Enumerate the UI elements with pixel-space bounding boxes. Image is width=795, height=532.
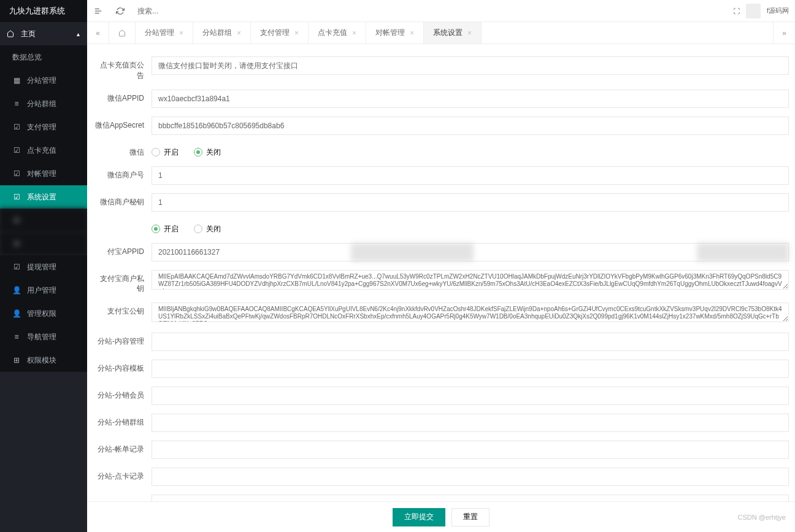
label-wx-mch: 微信商户号 (93, 166, 152, 180)
grid-icon: ▦ (12, 76, 21, 85)
tab-reconcile[interactable]: 对帐管理× (366, 22, 424, 44)
fullscreen-icon[interactable]: ⛶ (733, 7, 740, 15)
radio-wx-open[interactable]: 开启 (152, 147, 179, 158)
sidebar-item-permission[interactable]: ⊞权限模块 (0, 349, 87, 372)
label-site-bill: 分站-帐单记录 (93, 441, 152, 455)
input-wx-mch[interactable] (152, 166, 789, 185)
close-icon[interactable]: × (352, 29, 356, 37)
user-icon: 👤 (12, 309, 21, 318)
sidebar-item-reconcile[interactable]: ☑对帐管理 (0, 162, 87, 185)
label-wx-appid: 微信APPID (93, 90, 152, 104)
sidebar-item-admin[interactable]: 👤管理权限 (0, 302, 87, 325)
watermark: CSDN @erhtjye (738, 514, 786, 521)
label-ali-appid: 付宝APPID (93, 243, 152, 257)
submit-button[interactable]: 立即提交 (393, 508, 445, 526)
sidebar-item-payment[interactable]: ☑支付管理 (0, 115, 87, 139)
input-site-member[interactable] (152, 387, 789, 405)
search-container (131, 7, 733, 15)
check-icon: ☑ (12, 263, 21, 271)
menu-home-label: 主页 (21, 29, 36, 39)
close-icon[interactable]: × (237, 29, 241, 37)
tab-payment[interactable]: 支付管理× (251, 22, 309, 44)
check-icon: ☑ (12, 193, 21, 201)
label-ali-public: 支付宝公钥 (93, 303, 152, 317)
radio-ali-close[interactable]: 关闭 (194, 224, 221, 234)
check-icon: ☑ (12, 169, 21, 178)
input-wx-mchkey[interactable] (152, 193, 789, 212)
input-site-card[interactable] (152, 468, 789, 486)
reset-button[interactable]: 重置 (451, 508, 490, 526)
sidebar-item-topup[interactable]: ☑点卡充值 (0, 139, 87, 162)
sidebar-item-overview[interactable]: 数据总览 (0, 45, 87, 69)
sidebar-item-hidden2[interactable]: ☑ (0, 232, 87, 255)
collapse-button[interactable] (87, 0, 109, 22)
label-site-member: 分站-分销会员 (93, 387, 152, 401)
radio-icon (194, 225, 202, 233)
avatar[interactable] (746, 4, 761, 18)
textarea-ali-public[interactable]: MIIBIjANBgkqhkiG9w0BAQEFAAOCAQ8AMIIBCgKC… (152, 303, 789, 322)
label-site-group: 分站-分销群组 (93, 414, 152, 428)
chevron-up-icon: ▴ (77, 31, 80, 37)
sidebar-item-hidden1[interactable]: ☑ (0, 209, 87, 232)
close-icon[interactable]: × (294, 29, 299, 37)
label-ali-toggle (93, 220, 152, 224)
grid-icon: ⊞ (12, 356, 21, 364)
tab-substation[interactable]: 分站管理× (136, 22, 193, 44)
label-wx-toggle: 微信 (93, 144, 152, 158)
sidebar-item-settings[interactable]: ☑系统设置 (0, 185, 87, 209)
home-icon (6, 29, 15, 38)
label-wx-secret: 微信AppSecret (93, 117, 152, 131)
sidebar-item-group[interactable]: ≡分站群组 (0, 92, 87, 115)
input-site-template[interactable] (152, 360, 789, 378)
tab-topup[interactable]: 点卡充值× (309, 22, 366, 44)
tabs-next[interactable]: » (773, 22, 795, 44)
label-site-card: 分站-点卡记录 (93, 468, 152, 482)
refresh-button[interactable] (109, 0, 131, 22)
check-icon: ☑ (12, 146, 21, 155)
radio-wx-close[interactable]: 关闭 (194, 147, 221, 158)
input-extra[interactable] (152, 495, 789, 501)
input-wx-secret[interactable] (152, 117, 789, 135)
menu-home[interactable]: 主页 ▴ (0, 22, 87, 45)
textarea-ali-private[interactable]: MIIEpAIBAAKCAQEAmd7dZWvvlAmsdoYRBG7YdVmk… (152, 270, 789, 290)
radio-ali-open[interactable]: 开启 (152, 224, 179, 234)
search-input[interactable] (137, 7, 727, 15)
input-wx-appid[interactable] (152, 90, 789, 108)
tab-group[interactable]: 分站群组× (193, 22, 251, 44)
sidebar-item-users[interactable]: 👤用户管理 (0, 279, 87, 302)
label-site-content: 分站-内容管理 (93, 333, 152, 347)
close-icon[interactable]: × (467, 29, 472, 37)
user-icon: 👤 (12, 286, 21, 295)
source-text: f源码网 (767, 6, 789, 15)
label-ali-private: 支付宝商户私钥 (93, 270, 152, 295)
sidebar-item-withdraw[interactable]: ☑提现管理 (0, 255, 87, 279)
tabs-prev[interactable]: « (87, 22, 109, 44)
tab-settings[interactable]: 系统设置× (424, 22, 482, 44)
tab-home[interactable] (109, 22, 136, 44)
close-icon[interactable]: × (179, 29, 183, 37)
label-wx-mchkey: 微信商户秘钥 (93, 193, 152, 207)
input-notice[interactable] (152, 56, 789, 75)
label-site-template: 分站-内容模板 (93, 360, 152, 374)
sidebar-item-substation[interactable]: ▦分站管理 (0, 69, 87, 92)
label-notice: 点卡充值页公告 (93, 56, 152, 81)
input-site-group[interactable] (152, 414, 789, 432)
radio-icon (152, 148, 160, 156)
input-site-bill[interactable] (152, 441, 789, 459)
radio-icon (194, 148, 202, 156)
bars-icon: ≡ (12, 333, 21, 341)
sidebar-item-nav[interactable]: ≡导航管理 (0, 325, 87, 349)
close-icon[interactable]: × (410, 29, 414, 37)
app-logo: 九块九进群系统 (0, 0, 87, 22)
radio-icon (152, 225, 160, 233)
list-icon: ≡ (12, 99, 21, 108)
input-site-content[interactable] (152, 333, 789, 351)
check-icon: ☑ (12, 123, 21, 131)
